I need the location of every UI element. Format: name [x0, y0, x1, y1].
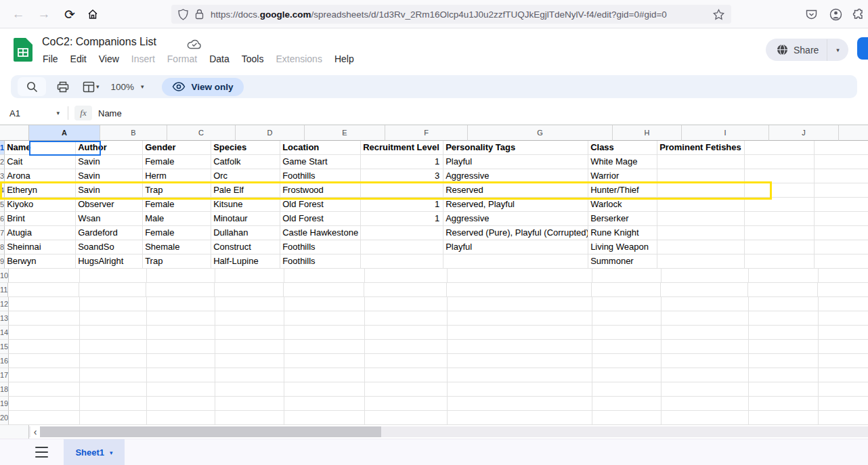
cell-F6[interactable]: 1: [361, 212, 443, 226]
cell-G11[interactable]: [447, 283, 592, 297]
cell-k3[interactable]: [815, 169, 868, 183]
cell-D10[interactable]: [215, 269, 284, 283]
cell-A12[interactable]: [9, 297, 80, 311]
cell-k9[interactable]: [815, 254, 868, 269]
cell-G1[interactable]: Personality Tags: [443, 141, 588, 155]
cell-E3[interactable]: Foothills: [280, 169, 361, 183]
cell-B14[interactable]: [80, 326, 147, 340]
cell-I11[interactable]: [661, 283, 748, 297]
cell-k17[interactable]: [819, 368, 868, 382]
cell-k10[interactable]: [819, 269, 868, 283]
cell-D5[interactable]: Kitsune: [211, 198, 280, 212]
row-header-5[interactable]: 5: [0, 198, 5, 212]
cell-C2[interactable]: Female: [143, 155, 211, 169]
name-box-caret-icon[interactable]: ▾: [56, 110, 60, 116]
cell-F17[interactable]: [365, 368, 448, 382]
cell-F4[interactable]: [361, 183, 443, 198]
cell-H4[interactable]: Hunter/Thief: [588, 183, 657, 198]
cell-I20[interactable]: [661, 411, 749, 425]
cell-k13[interactable]: [819, 311, 868, 326]
cell-D18[interactable]: [215, 382, 284, 397]
cell-H14[interactable]: [592, 326, 661, 340]
cell-B11[interactable]: [79, 283, 146, 297]
cell-D2[interactable]: Catfolk: [211, 155, 280, 169]
cell-I7[interactable]: [657, 226, 745, 240]
cell-k7[interactable]: [815, 226, 868, 240]
cell-k8[interactable]: [815, 240, 868, 254]
cell-B8[interactable]: SoandSo: [76, 240, 143, 254]
cell-B17[interactable]: [80, 368, 147, 382]
cell-D16[interactable]: [215, 354, 284, 368]
cell-F12[interactable]: [365, 297, 448, 311]
row-header-1[interactable]: 1: [0, 141, 5, 155]
cell-A10[interactable]: [9, 269, 80, 283]
cell-A7[interactable]: Atugia: [5, 226, 76, 240]
menu-item-extensions[interactable]: Extensions: [269, 51, 328, 66]
print-button[interactable]: [52, 77, 74, 96]
scrollbar-thumb[interactable]: [40, 426, 381, 437]
cell-k11[interactable]: [818, 283, 868, 297]
cell-I12[interactable]: [661, 297, 749, 311]
cell-H20[interactable]: [592, 411, 661, 425]
share-dropdown-caret-icon[interactable]: ▾: [827, 47, 848, 53]
cell-C15[interactable]: [147, 340, 215, 354]
cell-D6[interactable]: Minotaur: [211, 212, 280, 226]
cell-D20[interactable]: [215, 411, 284, 425]
column-header-h[interactable]: H: [613, 125, 682, 141]
cell-k4[interactable]: [815, 183, 868, 198]
search-button[interactable]: [18, 77, 46, 96]
cell-C3[interactable]: Herm: [143, 169, 211, 183]
menu-item-edit[interactable]: Edit: [64, 51, 93, 66]
cell-H12[interactable]: [592, 297, 661, 311]
url-bar[interactable]: https://docs.google.com/spreadsheets/d/1…: [171, 5, 731, 24]
cell-B12[interactable]: [80, 297, 147, 311]
cell-B13[interactable]: [80, 311, 147, 326]
cell-B6[interactable]: Wsan: [76, 212, 143, 226]
column-header-d[interactable]: D: [236, 125, 305, 141]
cell-F10[interactable]: [365, 269, 448, 283]
cell-G9[interactable]: [443, 254, 588, 269]
cell-B15[interactable]: [80, 340, 147, 354]
row-header-8[interactable]: 8: [0, 240, 5, 254]
cell-F8[interactable]: [361, 240, 443, 254]
row-header-11[interactable]: 11: [0, 283, 8, 297]
cell-J12[interactable]: [749, 297, 819, 311]
cell-C16[interactable]: [147, 354, 215, 368]
cell-F1[interactable]: Recruitment Level: [361, 141, 443, 155]
column-header-e[interactable]: E: [305, 125, 385, 141]
cell-F20[interactable]: [365, 411, 448, 425]
cell-A1[interactable]: Name: [5, 141, 76, 155]
cell-B7[interactable]: Gardeford: [76, 226, 143, 240]
cell-D13[interactable]: [215, 311, 284, 326]
cell-I18[interactable]: [661, 382, 749, 397]
cell-C20[interactable]: [147, 411, 215, 425]
cell-I13[interactable]: [661, 311, 749, 326]
cell-C12[interactable]: [147, 297, 215, 311]
cell-I15[interactable]: [661, 340, 749, 354]
reload-button[interactable]: ⟳: [60, 4, 80, 24]
cell-D12[interactable]: [215, 297, 284, 311]
cell-F18[interactable]: [365, 382, 448, 397]
cell-B20[interactable]: [80, 411, 147, 425]
cell-G12[interactable]: [448, 297, 592, 311]
cell-G14[interactable]: [448, 326, 592, 340]
cell-C4[interactable]: Trap: [143, 183, 211, 198]
column-header-g[interactable]: G: [468, 125, 613, 141]
cell-E20[interactable]: [284, 411, 365, 425]
cell-G15[interactable]: [448, 340, 592, 354]
zoom-select[interactable]: 100% ▾: [111, 82, 144, 92]
cell-D4[interactable]: Pale Elf: [211, 183, 280, 198]
cell-E14[interactable]: [284, 326, 365, 340]
cell-J7[interactable]: [745, 226, 815, 240]
cell-C10[interactable]: [147, 269, 215, 283]
cell-G19[interactable]: [448, 397, 592, 411]
view-only-badge[interactable]: View only: [162, 78, 244, 96]
cell-H10[interactable]: [592, 269, 661, 283]
cell-E8[interactable]: Foothills: [280, 240, 361, 254]
select-all-corner[interactable]: [0, 125, 29, 141]
cell-H8[interactable]: Living Weapon: [588, 240, 657, 254]
cell-C13[interactable]: [147, 311, 215, 326]
cell-C19[interactable]: [147, 397, 215, 411]
cell-B16[interactable]: [80, 354, 147, 368]
cell-J13[interactable]: [749, 311, 819, 326]
